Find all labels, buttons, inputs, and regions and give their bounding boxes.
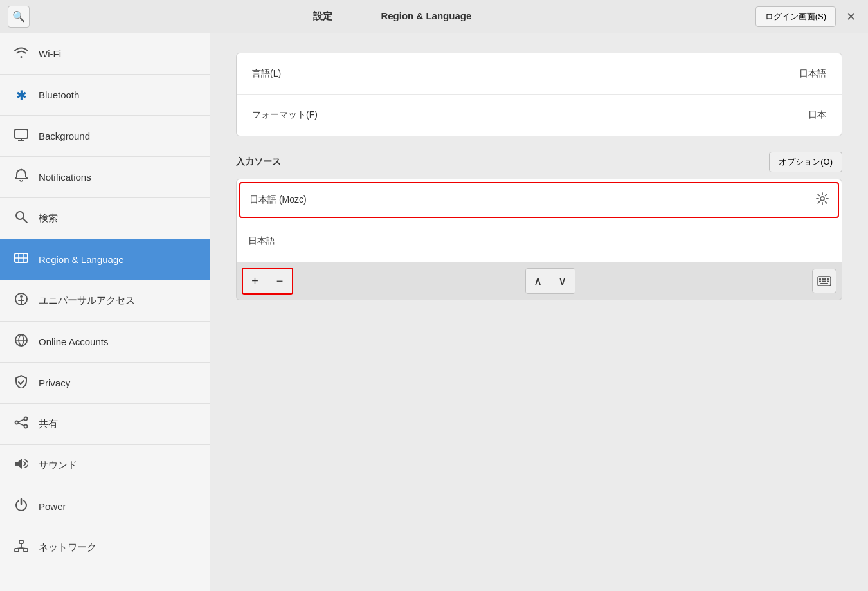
sidebar-item-privacy[interactable]: Privacy	[0, 363, 210, 404]
svg-line-27	[21, 548, 26, 549]
svg-line-26	[17, 548, 21, 549]
svg-line-6	[23, 219, 27, 223]
input-sources-toolbar: + − ∧ ∨	[236, 262, 842, 300]
sidebar-label-privacy: Privacy	[39, 377, 70, 388]
sidebar-label-wifi: Wi-Fi	[39, 48, 61, 59]
move-down-button[interactable]: ∨	[550, 269, 575, 293]
sidebar-label-universal: ユニバーサルアクセス	[39, 295, 135, 307]
svg-rect-32	[824, 278, 826, 280]
privacy-icon	[13, 374, 30, 392]
sidebar-item-power[interactable]: Power	[0, 486, 210, 527]
svg-point-12	[20, 295, 23, 298]
svg-rect-22	[19, 540, 23, 543]
language-format-box: 言語(L) 日本語 フォーマット(F) 日本	[236, 53, 842, 136]
options-button[interactable]: オプション(O)	[769, 152, 842, 172]
add-input-source-button[interactable]: +	[243, 269, 267, 293]
bluetooth-icon: ✱	[13, 87, 30, 103]
language-row[interactable]: 言語(L) 日本語	[237, 53, 842, 95]
sidebar-label-network: ネットワーク	[39, 541, 96, 554]
format-label: フォーマット(F)	[252, 109, 808, 121]
login-screen-button[interactable]: ログイン画面(S)	[755, 6, 836, 27]
nav-button-group: ∧ ∨	[525, 268, 575, 294]
sidebar-item-background[interactable]: Background	[0, 116, 210, 157]
sidebar-item-universal[interactable]: ユニバーサルアクセス	[0, 280, 210, 322]
search-button[interactable]: 🔍	[8, 6, 30, 28]
sidebar-item-region[interactable]: Region & Language	[0, 239, 210, 280]
svg-rect-33	[827, 278, 829, 280]
background-icon	[13, 127, 30, 145]
keyboard-button[interactable]	[812, 269, 836, 293]
svg-point-28	[820, 197, 824, 201]
language-label: 言語(L)	[252, 68, 799, 80]
format-value: 日本	[808, 109, 826, 121]
input-sources-title: 入力ソース	[236, 156, 769, 168]
titlebar: 🔍 設定 Region & Language ログイン画面(S) ✕	[0, 0, 868, 33]
svg-rect-0	[15, 129, 28, 138]
svg-rect-37	[827, 281, 829, 282]
wifi-icon	[13, 45, 30, 62]
svg-line-20	[19, 419, 24, 422]
sidebar-label-bluetooth: Bluetooth	[39, 89, 79, 100]
app-name-label: 設定	[313, 10, 332, 21]
svg-point-4	[21, 169, 23, 171]
input-source-mozc[interactable]: 日本語 (Mozc)	[239, 182, 839, 218]
notifications-icon	[13, 168, 30, 186]
sidebar-label-search: 検索	[39, 212, 58, 224]
sidebar-label-region: Region & Language	[39, 254, 124, 265]
main-layout: Wi-Fi ✱ Bluetooth Background	[0, 33, 868, 591]
input-source-mozc-label: 日本語 (Mozc)	[249, 194, 816, 206]
sidebar-item-online[interactable]: Online Accounts	[0, 322, 210, 363]
format-row[interactable]: フォーマット(F) 日本	[237, 95, 842, 136]
input-source-japanese[interactable]: 日本語	[237, 221, 842, 262]
svg-marker-21	[15, 459, 22, 469]
svg-rect-30	[819, 278, 821, 280]
input-sources-list: 日本語 (Mozc) 日本語	[236, 179, 842, 262]
sidebar-label-background: Background	[39, 131, 90, 141]
sidebar-item-wifi[interactable]: Wi-Fi	[0, 33, 210, 75]
sidebar-label-share: 共有	[39, 418, 58, 430]
sidebar-label-notifications: Notifications	[39, 172, 91, 183]
online-accounts-icon	[13, 333, 30, 350]
network-icon	[13, 539, 30, 556]
share-icon	[13, 415, 30, 433]
sidebar-item-notifications[interactable]: Notifications	[0, 157, 210, 198]
svg-rect-31	[822, 278, 824, 280]
remove-input-source-button[interactable]: −	[267, 269, 292, 293]
gear-icon[interactable]	[816, 192, 829, 208]
add-remove-group: + −	[242, 268, 293, 295]
search-nav-icon	[13, 210, 30, 227]
sidebar-item-share[interactable]: 共有	[0, 404, 210, 445]
page-title: Region & Language	[381, 10, 471, 21]
svg-rect-34	[819, 281, 821, 282]
sidebar-item-sound[interactable]: サウンド	[0, 445, 210, 486]
sidebar-label-sound: サウンド	[39, 459, 77, 471]
region-icon	[13, 251, 30, 268]
app-title: 設定 Region & Language	[30, 10, 755, 23]
sidebar-label-online: Online Accounts	[39, 336, 108, 347]
svg-rect-23	[15, 549, 19, 552]
move-up-button[interactable]: ∧	[526, 269, 550, 293]
svg-point-17	[24, 425, 28, 428]
sidebar-item-search[interactable]: 検索	[0, 198, 210, 239]
sidebar-item-network[interactable]: ネットワーク	[0, 527, 210, 568]
input-sources-header: 入力ソース オプション(O)	[236, 152, 842, 172]
svg-point-18	[15, 421, 19, 424]
content-area: 言語(L) 日本語 フォーマット(F) 日本 入力ソース オプション(O) 日本…	[210, 33, 868, 591]
sound-icon	[13, 457, 30, 474]
sidebar-label-power: Power	[39, 501, 66, 512]
input-source-japanese-label: 日本語	[248, 235, 830, 247]
power-icon	[13, 498, 30, 515]
svg-line-19	[19, 423, 24, 426]
sidebar-item-bluetooth[interactable]: ✱ Bluetooth	[0, 75, 210, 116]
close-button[interactable]: ✕	[841, 7, 860, 26]
universal-icon	[13, 292, 30, 309]
svg-point-16	[24, 417, 28, 421]
svg-rect-38	[820, 283, 828, 284]
svg-rect-35	[822, 281, 824, 282]
language-value: 日本語	[799, 68, 826, 80]
sidebar: Wi-Fi ✱ Bluetooth Background	[0, 33, 210, 591]
svg-rect-24	[24, 549, 28, 552]
svg-point-5	[16, 212, 24, 219]
svg-rect-36	[824, 281, 826, 282]
